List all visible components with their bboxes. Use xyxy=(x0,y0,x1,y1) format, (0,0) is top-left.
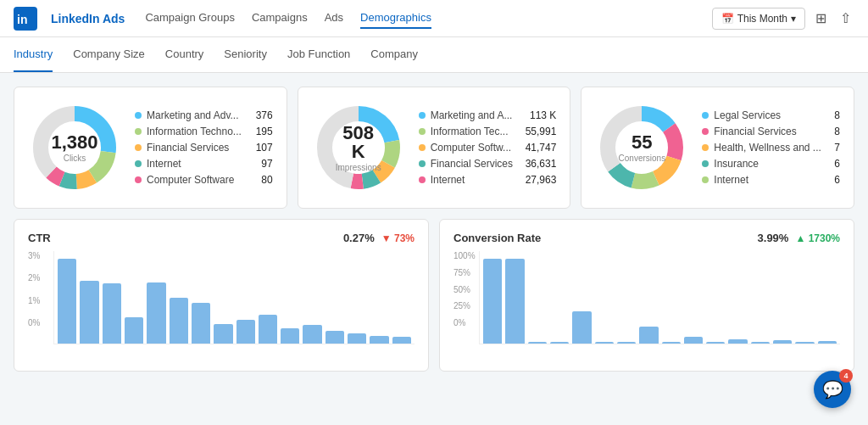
share-icon-button[interactable]: ⇧ xyxy=(837,7,854,30)
legend-item: Financial Services 36,631 xyxy=(419,158,557,170)
date-range-label: This Month xyxy=(737,13,787,25)
legend-name: Internet xyxy=(714,174,829,186)
stat-main: 3.99% xyxy=(758,232,789,244)
bar xyxy=(773,340,792,344)
legend-value: 113 K xyxy=(530,109,556,121)
y-label: 50% xyxy=(453,285,476,294)
stat-change: ▲ 1730% xyxy=(795,232,840,244)
bar xyxy=(684,337,703,344)
chart-card-ctr: CTR 0.27% ▼ 73% 3%2%1%0% xyxy=(14,219,429,372)
chart-title: CTR xyxy=(28,232,51,244)
subnav-seniority[interactable]: Seniority xyxy=(224,37,267,72)
legend-name: Insurance xyxy=(714,158,829,170)
legend-value: 376 xyxy=(256,109,273,121)
subnav-company-size[interactable]: Company Size xyxy=(73,37,145,72)
nav-demographics[interactable]: Demographics xyxy=(360,8,431,29)
legend-name: Information Techno... xyxy=(147,126,251,137)
bar xyxy=(639,327,658,344)
chart-header: Conversion Rate 3.99% ▲ 1730% xyxy=(453,232,840,244)
legend-item: Marketing and Adv... 376 xyxy=(135,109,273,121)
legend-name: Legal Services xyxy=(714,109,829,121)
columns-icon-button[interactable]: ⊞ xyxy=(812,7,830,30)
donut-card-conversions: 55 Conversions Legal Services 8 Financia… xyxy=(581,87,854,209)
legend-dot xyxy=(135,128,142,135)
legend-name: Computer Softw... xyxy=(431,142,520,154)
legend-item: Marketing and A... 113 K xyxy=(419,109,557,121)
bar xyxy=(505,259,524,344)
bar xyxy=(80,281,98,344)
legend-dot xyxy=(135,144,142,151)
legend-value: 36,631 xyxy=(526,158,557,170)
legend-dot xyxy=(702,144,709,151)
legend-item: Financial Services 107 xyxy=(135,142,273,154)
legend-value: 80 xyxy=(261,174,272,186)
main-content: 1,380 Clicks Marketing and Adv... 376 In… xyxy=(0,73,868,385)
chart-header: CTR 0.27% ▼ 73% xyxy=(28,232,415,244)
chart-area: 3%2%1%0% xyxy=(28,251,415,344)
bar xyxy=(728,339,747,344)
chart-card-conversion_rate: Conversion Rate 3.99% ▲ 1730% 100%75%50%… xyxy=(439,219,854,372)
legend-item: Computer Software 80 xyxy=(135,174,273,186)
top-nav-links: Campaign Groups Campaigns Ads Demographi… xyxy=(145,8,711,29)
donut-sublabel-clicks: Clicks xyxy=(51,154,97,163)
bar xyxy=(348,333,366,344)
legend-item: Health, Wellness and ... 7 xyxy=(702,142,840,154)
subnav-country[interactable]: Country xyxy=(165,37,204,72)
legend-item: Information Tec... 55,991 xyxy=(419,126,557,137)
chat-badge: 4 xyxy=(839,369,853,383)
donut-sublabel-impressions: Impressions xyxy=(335,163,381,172)
chart-title: Conversion Rate xyxy=(453,232,541,244)
bar xyxy=(281,328,299,344)
bar xyxy=(392,337,411,344)
top-nav: in LinkedIn Ads Campaign Groups Campaign… xyxy=(0,0,868,37)
legend-name: Financial Services xyxy=(147,142,251,154)
legend-dot xyxy=(419,144,426,151)
bar xyxy=(192,303,210,344)
bar xyxy=(751,342,770,344)
bar xyxy=(706,342,725,344)
bar xyxy=(326,331,344,344)
bar-chart-row: CTR 0.27% ▼ 73% 3%2%1%0% Conversion Rate… xyxy=(14,219,854,372)
y-label: 75% xyxy=(453,268,476,277)
y-axis: 100%75%50%25%0% xyxy=(453,251,476,327)
y-label: 3% xyxy=(28,251,40,260)
bar xyxy=(147,282,165,344)
bar xyxy=(528,342,547,344)
bar xyxy=(662,342,681,344)
subnav-job-function[interactable]: Job Function xyxy=(287,37,350,72)
date-range-button[interactable]: 📅 This Month ▾ xyxy=(712,8,805,30)
bar xyxy=(259,315,277,344)
legend-value: 27,963 xyxy=(526,174,557,186)
legend-dot xyxy=(135,160,142,167)
legend-item: Financial Services 8 xyxy=(702,126,840,137)
legend-dot xyxy=(419,128,426,135)
nav-ads[interactable]: Ads xyxy=(325,8,343,29)
svg-text:in: in xyxy=(17,13,27,26)
legend-name: Computer Software xyxy=(147,174,256,186)
chart-stats: 3.99% ▲ 1730% xyxy=(758,232,840,244)
legend-value: 107 xyxy=(256,142,273,154)
y-label: 0% xyxy=(453,318,476,327)
subnav-industry[interactable]: Industry xyxy=(14,37,53,72)
app-title: LinkedIn Ads xyxy=(51,12,125,25)
legend-impressions: Marketing and A... 113 K Information Tec… xyxy=(419,109,557,186)
legend-value: 97 xyxy=(261,158,272,170)
sub-nav-links: Industry Company Size Country Seniority … xyxy=(14,37,418,72)
legend-value: 7 xyxy=(834,142,840,154)
linkedin-logo: in xyxy=(14,7,37,31)
bar xyxy=(125,317,143,344)
y-axis: 3%2%1%0% xyxy=(28,251,40,327)
legend-dot xyxy=(702,176,709,183)
legend-item: Computer Softw... 41,747 xyxy=(419,142,557,154)
donut-sublabel-conversions: Conversions xyxy=(619,154,666,163)
bar xyxy=(795,342,814,344)
legend-clicks: Marketing and Adv... 376 Information Tec… xyxy=(135,109,273,186)
legend-item: Internet 97 xyxy=(135,158,273,170)
subnav-company[interactable]: Company xyxy=(370,37,418,72)
bar xyxy=(103,283,121,344)
bar xyxy=(595,342,614,344)
nav-campaigns[interactable]: Campaigns xyxy=(252,8,308,29)
nav-campaign-groups[interactable]: Campaign Groups xyxy=(145,8,235,29)
y-label: 2% xyxy=(28,273,40,282)
donut-chart-clicks: 1,380 Clicks xyxy=(28,101,121,194)
